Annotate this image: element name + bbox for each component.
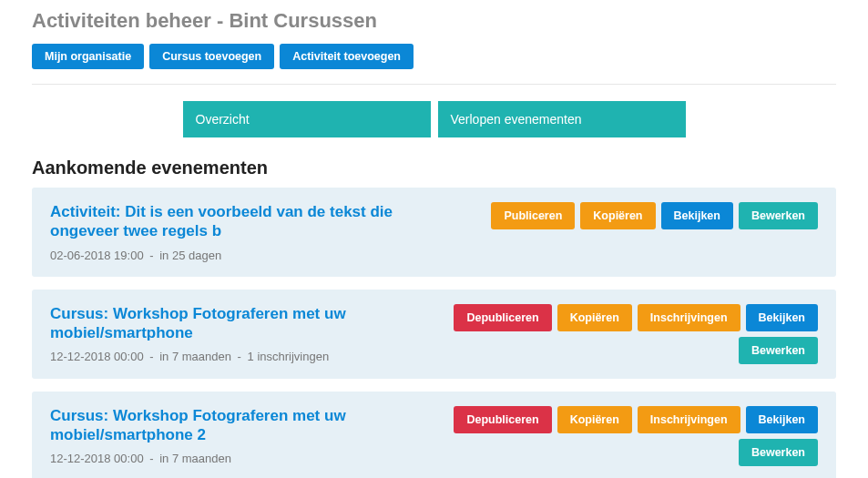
event-relative-time: in 25 dagen — [159, 249, 221, 262]
tab-overview[interactable]: Overzicht — [183, 101, 431, 137]
separator: - — [147, 350, 158, 363]
event-card-content: Activiteit: Dit is een voorbeeld van de … — [50, 202, 442, 262]
event-title-link[interactable]: Cursus: Workshop Fotograferen met uw mob… — [50, 304, 442, 343]
page-title: Activiteiten beheer - Bint Cursussen — [32, 9, 836, 33]
event-meta: 12-12-2018 00:00 - in 7 maanden - 1 insc… — [50, 350, 442, 363]
event-card: Activiteit: Dit is een voorbeeld van de … — [32, 188, 836, 277]
depubliceren-button[interactable]: Depubliceren — [454, 304, 551, 331]
event-card: Cursus: Workshop Fotograferen met uw mob… — [32, 392, 836, 479]
tab-expired-events[interactable]: Verlopen evenementen — [438, 101, 686, 137]
section-title-upcoming: Aankomende evenementen — [32, 158, 836, 178]
bewerken-button[interactable]: Bewerken — [739, 337, 818, 364]
event-card-content: Cursus: Workshop Fotograferen met uw mob… — [50, 406, 442, 466]
event-relative-time: in 7 maanden — [159, 452, 231, 465]
depubliceren-button[interactable]: Depubliceren — [454, 406, 551, 433]
tabs: Overzicht Verlopen evenementen — [32, 101, 836, 137]
event-date: 02-06-2018 19:00 — [50, 249, 144, 262]
add-activity-button[interactable]: Activiteit toevoegen — [280, 44, 414, 69]
publiceren-button[interactable]: Publiceren — [491, 202, 575, 229]
event-card-content: Cursus: Workshop Fotograferen met uw mob… — [50, 304, 442, 364]
event-title-link[interactable]: Cursus: Workshop Fotograferen met uw mob… — [50, 406, 442, 445]
bekijken-button[interactable]: Bekijken — [746, 304, 818, 331]
add-course-button[interactable]: Cursus toevoegen — [149, 44, 274, 69]
event-meta: 02-06-2018 19:00 - in 25 dagen — [50, 249, 442, 262]
bewerken-button[interactable]: Bewerken — [739, 439, 818, 466]
kopieren-button[interactable]: Kopiëren — [557, 406, 632, 433]
event-meta: 12-12-2018 00:00 - in 7 maanden — [50, 452, 442, 465]
event-card: Cursus: Workshop Fotograferen met uw mob… — [32, 290, 836, 379]
bekijken-button[interactable]: Bekijken — [661, 202, 733, 229]
events-list: Activiteit: Dit is een voorbeeld van de … — [32, 188, 836, 478]
inschrijvingen-button[interactable]: Inschrijvingen — [638, 304, 740, 331]
event-actions: DepublicerenKopiërenInschrijvingenBekijk… — [454, 406, 818, 466]
top-buttons: Mijn organisatie Cursus toevoegen Activi… — [32, 44, 836, 69]
inschrijvingen-button[interactable]: Inschrijvingen — [638, 406, 740, 433]
event-relative-time: in 7 maanden — [159, 350, 231, 363]
event-actions: PublicerenKopiërenBekijkenBewerken — [491, 202, 818, 229]
separator: - — [147, 249, 158, 262]
event-actions: DepublicerenKopiërenInschrijvingenBekijk… — [454, 304, 818, 364]
separator: - — [147, 452, 158, 465]
event-enrollment-count: 1 inschrijvingen — [248, 350, 330, 363]
separator: - — [234, 350, 245, 363]
event-date: 12-12-2018 00:00 — [50, 350, 144, 363]
bekijken-button[interactable]: Bekijken — [746, 406, 818, 433]
event-title-link[interactable]: Activiteit: Dit is een voorbeeld van de … — [50, 202, 442, 241]
event-date: 12-12-2018 00:00 — [50, 452, 144, 465]
kopieren-button[interactable]: Kopiëren — [557, 304, 632, 331]
divider — [32, 84, 836, 85]
my-organisation-button[interactable]: Mijn organisatie — [32, 44, 144, 69]
bewerken-button[interactable]: Bewerken — [739, 202, 818, 229]
kopieren-button[interactable]: Kopiëren — [580, 202, 655, 229]
